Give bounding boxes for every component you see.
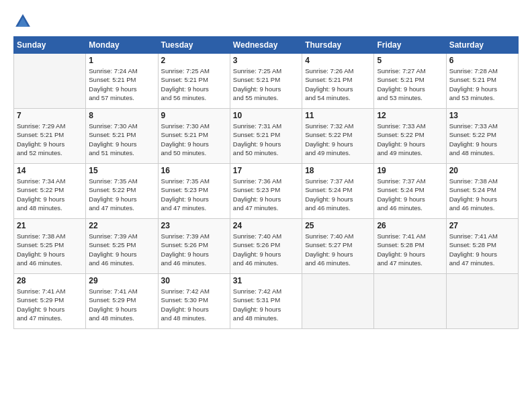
day-number: 26 bbox=[377, 221, 443, 230]
day-info: Sunrise: 7:38 AMSunset: 5:25 PMDaylight:… bbox=[17, 232, 83, 267]
day-info: Sunrise: 7:27 AMSunset: 5:21 PMDaylight:… bbox=[377, 66, 443, 102]
calendar-cell: 10Sunrise: 7:31 AMSunset: 5:21 PMDayligh… bbox=[230, 109, 302, 164]
day-number: 12 bbox=[377, 111, 443, 120]
day-number: 6 bbox=[449, 56, 515, 65]
calendar-cell: 11Sunrise: 7:32 AMSunset: 5:22 PMDayligh… bbox=[302, 109, 374, 164]
day-info: Sunrise: 7:26 AMSunset: 5:21 PMDaylight:… bbox=[305, 66, 371, 102]
calendar-header-row: SundayMondayTuesdayWednesdayThursdayFrid… bbox=[14, 37, 519, 54]
day-info: Sunrise: 7:25 AMSunset: 5:21 PMDaylight:… bbox=[161, 66, 227, 102]
calendar-cell: 28Sunrise: 7:41 AMSunset: 5:29 PMDayligh… bbox=[14, 274, 86, 329]
day-number: 10 bbox=[233, 111, 299, 120]
day-info: Sunrise: 7:29 AMSunset: 5:21 PMDaylight:… bbox=[17, 122, 83, 157]
day-info: Sunrise: 7:25 AMSunset: 5:21 PMDaylight:… bbox=[233, 66, 299, 102]
calendar-cell bbox=[302, 274, 374, 329]
day-info: Sunrise: 7:31 AMSunset: 5:21 PMDaylight:… bbox=[233, 122, 299, 157]
day-info: Sunrise: 7:33 AMSunset: 5:22 PMDaylight:… bbox=[377, 122, 443, 157]
day-header-thursday: Thursday bbox=[302, 37, 374, 54]
page: SundayMondayTuesdayWednesdayThursdayFrid… bbox=[0, 0, 532, 411]
calendar-cell: 22Sunrise: 7:39 AMSunset: 5:25 PMDayligh… bbox=[86, 219, 158, 274]
day-number: 19 bbox=[377, 166, 443, 175]
day-header-tuesday: Tuesday bbox=[158, 37, 230, 54]
day-number: 5 bbox=[377, 56, 443, 65]
calendar-cell: 23Sunrise: 7:39 AMSunset: 5:26 PMDayligh… bbox=[158, 219, 230, 274]
day-number: 22 bbox=[89, 221, 154, 230]
calendar-cell: 17Sunrise: 7:36 AMSunset: 5:23 PMDayligh… bbox=[230, 164, 302, 219]
day-info: Sunrise: 7:42 AMSunset: 5:30 PMDaylight:… bbox=[161, 287, 227, 322]
day-number: 11 bbox=[305, 111, 371, 120]
day-info: Sunrise: 7:36 AMSunset: 5:23 PMDaylight:… bbox=[233, 177, 299, 212]
day-info: Sunrise: 7:40 AMSunset: 5:27 PMDaylight:… bbox=[305, 232, 371, 267]
calendar-cell: 16Sunrise: 7:35 AMSunset: 5:23 PMDayligh… bbox=[158, 164, 230, 219]
day-info: Sunrise: 7:30 AMSunset: 5:21 PMDaylight:… bbox=[89, 122, 154, 157]
calendar-cell: 21Sunrise: 7:38 AMSunset: 5:25 PMDayligh… bbox=[14, 219, 86, 274]
day-info: Sunrise: 7:37 AMSunset: 5:24 PMDaylight:… bbox=[377, 177, 443, 212]
day-number: 30 bbox=[161, 276, 227, 285]
day-number: 25 bbox=[305, 221, 371, 230]
calendar-cell: 24Sunrise: 7:40 AMSunset: 5:26 PMDayligh… bbox=[230, 219, 302, 274]
calendar-cell: 15Sunrise: 7:35 AMSunset: 5:22 PMDayligh… bbox=[86, 164, 158, 219]
day-info: Sunrise: 7:41 AMSunset: 5:28 PMDaylight:… bbox=[377, 232, 443, 267]
day-number: 1 bbox=[89, 56, 154, 65]
day-number: 2 bbox=[161, 56, 227, 65]
day-info: Sunrise: 7:35 AMSunset: 5:22 PMDaylight:… bbox=[89, 177, 154, 212]
calendar-cell: 12Sunrise: 7:33 AMSunset: 5:22 PMDayligh… bbox=[374, 109, 446, 164]
day-info: Sunrise: 7:35 AMSunset: 5:23 PMDaylight:… bbox=[161, 177, 227, 212]
day-header-friday: Friday bbox=[374, 37, 446, 54]
calendar-cell: 7Sunrise: 7:29 AMSunset: 5:21 PMDaylight… bbox=[14, 109, 86, 164]
calendar-table: SundayMondayTuesdayWednesdayThursdayFrid… bbox=[13, 36, 519, 329]
day-info: Sunrise: 7:41 AMSunset: 5:29 PMDaylight:… bbox=[89, 287, 154, 322]
calendar-cell: 26Sunrise: 7:41 AMSunset: 5:28 PMDayligh… bbox=[374, 219, 446, 274]
day-info: Sunrise: 7:32 AMSunset: 5:22 PMDaylight:… bbox=[305, 122, 371, 157]
day-header-sunday: Sunday bbox=[14, 37, 86, 54]
day-number: 13 bbox=[449, 111, 515, 120]
calendar-cell bbox=[446, 274, 518, 329]
day-number: 7 bbox=[17, 111, 83, 120]
day-number: 15 bbox=[89, 166, 154, 175]
day-info: Sunrise: 7:40 AMSunset: 5:26 PMDaylight:… bbox=[233, 232, 299, 267]
day-number: 24 bbox=[233, 221, 299, 230]
calendar-cell: 30Sunrise: 7:42 AMSunset: 5:30 PMDayligh… bbox=[158, 274, 230, 329]
header bbox=[13, 12, 519, 31]
day-number: 21 bbox=[17, 221, 83, 230]
day-header-wednesday: Wednesday bbox=[230, 37, 302, 54]
calendar-cell: 4Sunrise: 7:26 AMSunset: 5:21 PMDaylight… bbox=[302, 54, 374, 109]
day-info: Sunrise: 7:38 AMSunset: 5:24 PMDaylight:… bbox=[449, 177, 515, 212]
calendar-cell: 6Sunrise: 7:28 AMSunset: 5:21 PMDaylight… bbox=[446, 54, 518, 109]
calendar-cell bbox=[14, 54, 86, 109]
calendar-cell: 27Sunrise: 7:41 AMSunset: 5:28 PMDayligh… bbox=[446, 219, 518, 274]
day-number: 4 bbox=[305, 56, 371, 65]
calendar-cell: 3Sunrise: 7:25 AMSunset: 5:21 PMDaylight… bbox=[230, 54, 302, 109]
calendar-cell: 29Sunrise: 7:41 AMSunset: 5:29 PMDayligh… bbox=[86, 274, 158, 329]
calendar-cell: 20Sunrise: 7:38 AMSunset: 5:24 PMDayligh… bbox=[446, 164, 518, 219]
day-number: 18 bbox=[305, 166, 371, 175]
day-info: Sunrise: 7:41 AMSunset: 5:28 PMDaylight:… bbox=[449, 232, 515, 267]
day-number: 3 bbox=[233, 56, 299, 65]
day-info: Sunrise: 7:28 AMSunset: 5:21 PMDaylight:… bbox=[449, 66, 515, 102]
calendar-cell: 5Sunrise: 7:27 AMSunset: 5:21 PMDaylight… bbox=[374, 54, 446, 109]
day-info: Sunrise: 7:39 AMSunset: 5:26 PMDaylight:… bbox=[161, 232, 227, 267]
week-row-3: 14Sunrise: 7:34 AMSunset: 5:22 PMDayligh… bbox=[14, 164, 519, 219]
calendar-cell: 19Sunrise: 7:37 AMSunset: 5:24 PMDayligh… bbox=[374, 164, 446, 219]
logo bbox=[13, 12, 35, 31]
calendar-cell: 2Sunrise: 7:25 AMSunset: 5:21 PMDaylight… bbox=[158, 54, 230, 109]
calendar-cell: 18Sunrise: 7:37 AMSunset: 5:24 PMDayligh… bbox=[302, 164, 374, 219]
day-info: Sunrise: 7:39 AMSunset: 5:25 PMDaylight:… bbox=[89, 232, 154, 267]
day-number: 20 bbox=[449, 166, 515, 175]
logo-icon bbox=[13, 12, 32, 31]
calendar-cell: 31Sunrise: 7:42 AMSunset: 5:31 PMDayligh… bbox=[230, 274, 302, 329]
day-number: 8 bbox=[89, 111, 154, 120]
calendar-cell: 9Sunrise: 7:30 AMSunset: 5:21 PMDaylight… bbox=[158, 109, 230, 164]
day-number: 17 bbox=[233, 166, 299, 175]
day-info: Sunrise: 7:33 AMSunset: 5:22 PMDaylight:… bbox=[449, 122, 515, 157]
day-info: Sunrise: 7:41 AMSunset: 5:29 PMDaylight:… bbox=[17, 287, 83, 322]
week-row-4: 21Sunrise: 7:38 AMSunset: 5:25 PMDayligh… bbox=[14, 219, 519, 274]
calendar-cell: 13Sunrise: 7:33 AMSunset: 5:22 PMDayligh… bbox=[446, 109, 518, 164]
day-number: 23 bbox=[161, 221, 227, 230]
day-info: Sunrise: 7:37 AMSunset: 5:24 PMDaylight:… bbox=[305, 177, 371, 212]
day-header-saturday: Saturday bbox=[446, 37, 518, 54]
day-info: Sunrise: 7:34 AMSunset: 5:22 PMDaylight:… bbox=[17, 177, 83, 212]
calendar-cell: 1Sunrise: 7:24 AMSunset: 5:21 PMDaylight… bbox=[86, 54, 158, 109]
week-row-2: 7Sunrise: 7:29 AMSunset: 5:21 PMDaylight… bbox=[14, 109, 519, 164]
day-number: 31 bbox=[233, 276, 299, 285]
day-number: 28 bbox=[17, 276, 83, 285]
